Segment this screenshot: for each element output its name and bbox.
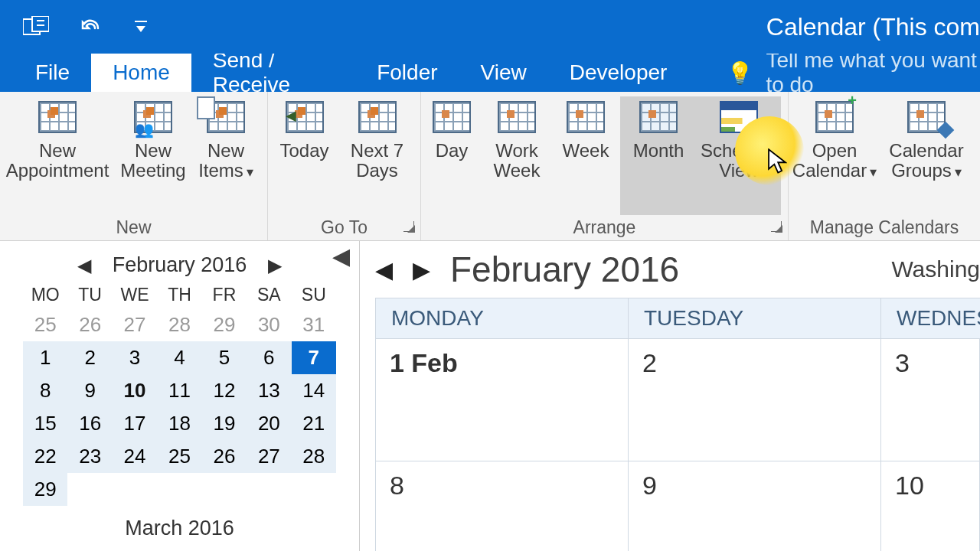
date-cell[interactable]: 24: [113, 440, 157, 473]
ribbon-tabs: File Home Send / Receive Folder View Dev…: [0, 54, 980, 92]
group-label-goto: Go To: [268, 215, 420, 240]
date-cell[interactable]: 16: [67, 407, 112, 440]
calendar-grid[interactable]: 1 Feb 2 3 8 9 10: [375, 339, 980, 551]
next-period-icon[interactable]: ▶: [413, 256, 430, 283]
label-line: Month: [633, 141, 684, 161]
date-cell[interactable]: 30: [247, 308, 291, 341]
date-cell[interactable]: 27: [247, 440, 291, 473]
customize-qat-icon[interactable]: [133, 18, 149, 35]
date-cell[interactable]: 6: [247, 341, 291, 374]
calendar-main: ◀ ▶ February 2016 Washing MONDAY TUESDAY…: [360, 241, 980, 551]
col-head: MONDAY: [376, 298, 629, 338]
date-cell[interactable]: 25: [23, 308, 67, 341]
work-week-view-button[interactable]: Work Week: [482, 96, 551, 215]
new-items-button[interactable]: New Items: [191, 96, 260, 215]
date-cell[interactable]: 18: [157, 407, 201, 440]
date-cell[interactable]: 20: [247, 407, 291, 440]
day-cell[interactable]: 2: [629, 339, 881, 461]
ribbon-group-manage-calendars: Open Calendar Calendar Groups Manage Cal…: [789, 92, 980, 240]
date-cell[interactable]: 28: [292, 440, 336, 473]
dialog-launcher-icon[interactable]: [403, 221, 414, 232]
today-button[interactable]: Today: [268, 96, 341, 215]
calendar-header: ◀ ▶ February 2016 Washing: [375, 246, 980, 298]
label-line: Schedule: [701, 141, 777, 161]
prev-month-icon[interactable]: ◀: [77, 255, 91, 276]
dow-cell: TU: [67, 285, 112, 305]
date-cell[interactable]: 29: [23, 473, 67, 506]
day-cell[interactable]: 8: [376, 461, 629, 551]
tell-me-search[interactable]: 💡 Tell me what you want to do: [727, 54, 980, 92]
date-cell[interactable]: 2: [67, 341, 112, 374]
date-cell[interactable]: 23: [67, 440, 112, 473]
schedule-view-button[interactable]: Schedule View: [697, 96, 781, 215]
app-icon[interactable]: [23, 16, 49, 37]
tab-view[interactable]: View: [459, 54, 548, 92]
date-cell[interactable]: 9: [67, 374, 112, 407]
date-cell[interactable]: 5: [202, 341, 247, 374]
next-month-icon[interactable]: ▶: [268, 255, 282, 276]
tab-send-receive[interactable]: Send / Receive: [191, 54, 355, 92]
open-calendar-button[interactable]: Open Calendar: [789, 96, 880, 215]
date-cell[interactable]: 12: [202, 374, 247, 407]
date-cell[interactable]: 8: [23, 374, 67, 407]
label-line: New: [120, 141, 185, 161]
dialog-launcher-icon[interactable]: [771, 221, 782, 232]
tell-me-placeholder: Tell me what you want to do: [766, 48, 980, 97]
date-cell[interactable]: 26: [202, 440, 247, 473]
day-cell[interactable]: 3: [881, 339, 980, 461]
tab-developer[interactable]: Developer: [548, 54, 689, 92]
day-cell[interactable]: 1 Feb: [376, 339, 629, 461]
date-cell[interactable]: 26: [67, 308, 112, 341]
date-cell[interactable]: 7: [292, 341, 336, 374]
date-cell[interactable]: 28: [157, 308, 201, 341]
label-line: Today: [279, 141, 328, 161]
date-cell[interactable]: 13: [247, 374, 291, 407]
label-line: Next 7: [351, 141, 403, 161]
day-cell[interactable]: 9: [629, 461, 881, 551]
ribbon-group-arrange: Day Work Week Week Month Schedule: [421, 92, 789, 240]
date-cell[interactable]: 21: [292, 407, 336, 440]
calendar-title: February 2016: [450, 249, 679, 290]
label-line: Week: [563, 141, 609, 161]
tab-folder[interactable]: Folder: [355, 54, 459, 92]
date-cell[interactable]: 22: [23, 440, 67, 473]
new-meeting-button[interactable]: New Meeting: [115, 96, 191, 215]
lightbulb-icon: 💡: [727, 60, 753, 86]
prev-period-icon[interactable]: ◀: [375, 256, 393, 283]
date-navigator: ◀ ◀ February 2016 ▶ MOTUWETHFRSASU 25262…: [0, 241, 360, 551]
date-cell[interactable]: 19: [202, 407, 247, 440]
dow-cell: MO: [23, 285, 67, 305]
tab-home[interactable]: Home: [91, 54, 191, 92]
date-cell[interactable]: 29: [202, 308, 247, 341]
date-cell[interactable]: 31: [292, 308, 336, 341]
date-cell: [292, 473, 336, 506]
date-cell[interactable]: 3: [113, 341, 157, 374]
month-view-button[interactable]: Month: [620, 96, 697, 215]
day-view-button[interactable]: Day: [421, 96, 482, 215]
collapse-nav-icon[interactable]: ◀: [332, 243, 350, 269]
minical-grid: 2526272829303112345678910111213141516171…: [23, 308, 336, 506]
date-cell[interactable]: 1: [23, 341, 67, 374]
calendar-groups-button[interactable]: Calendar Groups: [880, 96, 972, 215]
dow-cell: SA: [247, 285, 291, 305]
date-cell[interactable]: 4: [157, 341, 201, 374]
day-cell[interactable]: 10: [881, 461, 980, 551]
date-cell[interactable]: 25: [157, 440, 201, 473]
next-7-days-button[interactable]: Next 7 Days: [341, 96, 413, 215]
tab-file[interactable]: File: [14, 54, 91, 92]
label-line: Groups: [889, 161, 963, 181]
date-cell[interactable]: 17: [113, 407, 157, 440]
date-cell[interactable]: 27: [113, 308, 157, 341]
undo-icon[interactable]: [80, 18, 103, 36]
date-cell[interactable]: 15: [23, 407, 67, 440]
date-cell[interactable]: 10: [113, 374, 157, 407]
label-line: Calendar: [792, 161, 877, 181]
col-head: WEDNESE: [881, 298, 980, 338]
date-cell[interactable]: 14: [292, 374, 336, 407]
week-view-button[interactable]: Week: [551, 96, 620, 215]
group-label-arrange: Arrange: [421, 215, 788, 240]
new-appointment-button[interactable]: New Appointment: [0, 96, 115, 215]
minical-header: ◀ February 2016 ▶: [23, 249, 336, 285]
dow-cell: WE: [113, 285, 157, 305]
date-cell[interactable]: 11: [157, 374, 201, 407]
